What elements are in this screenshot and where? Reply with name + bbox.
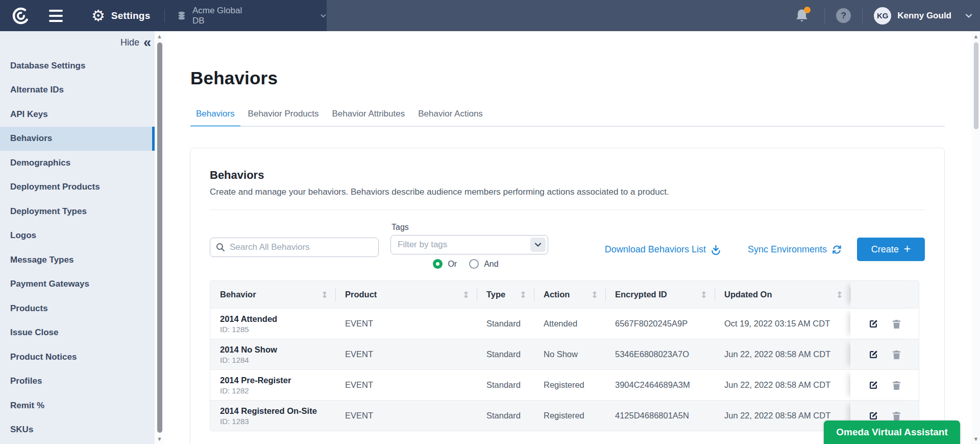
radio-and[interactable] (469, 259, 479, 269)
encrypted-id-cell: 5346E6808023A7O (605, 339, 715, 369)
navbar-divider (824, 8, 825, 24)
sidebar-item-demographics[interactable]: Demographics (0, 151, 155, 175)
behavior-name[interactable]: 2014 Attended (220, 314, 277, 324)
radio-and-label: And (484, 260, 498, 269)
sync-label: Sync Environments (748, 244, 827, 255)
app-root: ⚙︎ Settings Acme Global DB (0, 0, 980, 444)
scroll-up-icon[interactable]: ▲ (157, 33, 162, 40)
sidebar-item-skus[interactable]: SKUs (0, 418, 155, 442)
sort-icon[interactable]: ↕ (520, 290, 527, 300)
sync-environments-link[interactable]: Sync Environments (748, 244, 842, 255)
delete-button[interactable] (892, 319, 901, 329)
behavior-id: ID: 1282 (220, 386, 249, 395)
tab-behavior-products[interactable]: Behavior Products (242, 109, 325, 127)
create-button[interactable]: Create + (857, 238, 925, 261)
menu-icon[interactable] (49, 10, 63, 22)
behavior-id: ID: 1283 (220, 417, 249, 426)
sort-icon[interactable]: ↕ (700, 290, 707, 300)
sync-icon (831, 244, 842, 255)
row-actions (850, 339, 919, 369)
sidebar-item-behaviors[interactable]: Behaviors (0, 127, 155, 151)
table-row: 2014 No Show ID: 1284 EVENT Standard No … (210, 339, 919, 369)
omeda-logo-icon[interactable] (11, 6, 31, 26)
page-scrollbar[interactable]: ▲ ▼ (972, 31, 980, 444)
scroll-down-icon[interactable]: ▼ (973, 435, 979, 442)
edit-button[interactable] (868, 411, 878, 421)
sidebar-item-profiles[interactable]: Profiles (0, 369, 155, 394)
tab-behavior-actions[interactable]: Behavior Actions (412, 109, 488, 127)
edit-button[interactable] (868, 380, 878, 390)
sidebar-item-payment-gateways[interactable]: Payment Gateways (0, 272, 155, 297)
radio-or[interactable] (433, 259, 443, 269)
sort-icon[interactable]: ↕ (591, 290, 598, 300)
sort-icon[interactable]: ↕ (462, 290, 470, 300)
delete-button[interactable] (892, 349, 901, 360)
product-cell: EVENT (335, 401, 477, 431)
download-behaviors-link[interactable]: Download Behaviors List (605, 244, 721, 255)
tags-filter-group: Tags Filter by tags Or And (390, 223, 548, 269)
notifications-bell-icon[interactable] (795, 8, 810, 24)
sidebar-scrollbar[interactable]: ▲ ▼ (155, 31, 164, 444)
notification-badge (804, 7, 811, 13)
sidebar-item-database-settings[interactable]: Database Settings (0, 54, 155, 78)
tab-bar: BehaviorsBehavior ProductsBehavior Attri… (190, 109, 945, 127)
sort-icon[interactable]: ↕ (321, 290, 328, 300)
table-row: 2014 Pre-Register ID: 1282 EVENT Standar… (210, 369, 919, 400)
column-header: Behavior ↕ (210, 281, 335, 308)
tags-select[interactable]: Filter by tags (390, 235, 548, 254)
behavior-name[interactable]: 2014 Pre-Register (220, 376, 291, 385)
card-description: Create and manage your behaviors. Behavi… (210, 187, 925, 197)
tab-behavior-attributes[interactable]: Behavior Attributes (327, 109, 411, 127)
tab-behaviors[interactable]: Behaviors (190, 109, 240, 127)
navbar-right-section: ? KG Kenny Gould (327, 0, 980, 31)
updated-on-cell: Jun 22, 2022 08:58 AM CDT (715, 370, 850, 400)
sidebar-item-remit-[interactable]: Remit % (0, 393, 155, 418)
scroll-up-icon[interactable]: ▲ (973, 33, 979, 40)
behavior-name[interactable]: 2014 No Show (220, 345, 277, 355)
sidebar-item-api-keys[interactable]: API Keys (0, 102, 155, 127)
settings-sidebar: Hide « Database SettingsAlternate IDsAPI… (0, 31, 164, 444)
behavior-name[interactable]: 2014 Registered On-Site (220, 406, 317, 416)
product-cell: EVENT (335, 309, 477, 339)
navbar-left-section: ⚙︎ Settings Acme Global DB (0, 0, 327, 31)
sidebar-item-deployment-products[interactable]: Deployment Products (0, 175, 155, 200)
tags-chevron-button[interactable] (530, 238, 546, 252)
delete-button[interactable] (892, 380, 901, 390)
radio-or-label: Or (448, 260, 457, 269)
search-input[interactable] (210, 238, 379, 257)
sidebar-item-alternate-ids[interactable]: Alternate IDs (0, 78, 155, 103)
sidebar-item-products[interactable]: Products (0, 296, 155, 321)
sidebar-item-message-types[interactable]: Message Types (0, 248, 155, 272)
omeda-virtual-assistant-button[interactable]: Omeda Virtual Assistant (824, 420, 960, 444)
sidebar-scrollbar-thumb[interactable] (157, 42, 162, 433)
sidebar-item-deployment-types[interactable]: Deployment Types (0, 199, 155, 224)
help-icon[interactable]: ? (836, 8, 851, 23)
column-header: Action ↕ (534, 281, 605, 308)
behavior-cell: 2014 Attended ID: 1285 (210, 309, 335, 339)
app-title: Settings (111, 10, 151, 21)
type-cell: Standard (477, 370, 534, 400)
download-label: Download Behaviors List (605, 244, 706, 255)
column-header: Encrypted ID ↕ (605, 281, 715, 308)
download-icon (710, 244, 721, 255)
page-scrollbar-thumb[interactable] (974, 42, 978, 129)
scroll-down-icon[interactable]: ▼ (157, 435, 162, 442)
product-cell: EVENT (335, 339, 477, 369)
filter-row: Tags Filter by tags Or And (210, 210, 925, 269)
edit-button[interactable] (868, 319, 878, 329)
edit-button[interactable] (868, 349, 878, 360)
database-icon (177, 10, 186, 22)
sidebar-item-product-notices[interactable]: Product Notices (0, 345, 155, 369)
sort-icon[interactable]: ↕ (836, 290, 843, 300)
tags-logic-radios: Or And (390, 259, 548, 269)
database-selector[interactable]: Acme Global DB (177, 6, 327, 26)
behavior-cell: 2014 Pre-Register ID: 1282 (210, 370, 335, 400)
user-avatar[interactable]: KG (874, 7, 891, 25)
tags-placeholder: Filter by tags (398, 240, 447, 250)
sidebar-item-logos[interactable]: Logos (0, 224, 155, 248)
user-menu-chevron-icon[interactable] (965, 12, 973, 20)
updated-on-cell: Jun 22, 2022 08:58 AM CDT (715, 339, 850, 369)
sidebar-hide-button[interactable]: Hide « (0, 31, 164, 54)
delete-button[interactable] (892, 411, 901, 421)
sidebar-item-issue-close[interactable]: Issue Close (0, 321, 155, 345)
